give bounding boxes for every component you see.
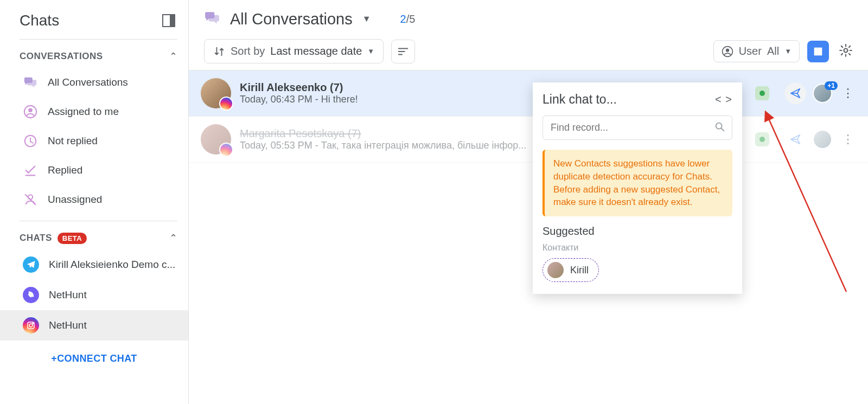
check-underline-icon xyxy=(23,163,38,178)
section-label: CONVERSATIONS xyxy=(20,51,103,62)
chat-source-label: NetHunt xyxy=(49,319,87,331)
archive-button[interactable] xyxy=(807,41,829,62)
nav-label: Replied xyxy=(48,164,82,176)
sidebar-title: Chats xyxy=(20,12,59,29)
svg-point-7 xyxy=(29,324,33,327)
conversation-count: 2/5 xyxy=(400,13,416,25)
chevron-up-icon: ⌃ xyxy=(169,232,177,244)
nav-not-replied[interactable]: Not replied xyxy=(0,126,188,156)
duplicate-warning: New Contacts suggestions have lower dupl… xyxy=(542,150,732,216)
main-panel: All Conversations ▼ 2/5 Sort by Last mes… xyxy=(189,0,868,404)
suggested-group-label: Контакти xyxy=(542,243,732,253)
assignees[interactable] xyxy=(813,130,832,149)
conversations-nav: All Conversations Assigned to me Not rep… xyxy=(0,68,188,214)
nav-all-conversations[interactable]: All Conversations xyxy=(0,68,188,97)
instagram-icon xyxy=(219,143,233,157)
link-chat-button[interactable] xyxy=(784,129,806,150)
suggested-heading: Suggested xyxy=(542,225,732,238)
chats-nav: Kirill Aleksieienko Demo c... NetHunt Ne… xyxy=(0,249,188,341)
user-slash-icon xyxy=(23,192,38,207)
user-circle-icon xyxy=(23,104,38,119)
chat-source-label: Kirill Aleksieienko Demo c... xyxy=(49,259,175,271)
status-indicator xyxy=(755,132,769,146)
nav-replied[interactable]: Replied xyxy=(0,156,188,185)
paper-plane-icon xyxy=(789,87,801,99)
conversation-row[interactable]: Kirill Alekseenko (7) Today, 06:43 PM - … xyxy=(189,70,868,117)
sort-arrows-icon xyxy=(213,46,225,57)
paper-plane-icon xyxy=(789,133,801,145)
bars-descending-icon xyxy=(397,46,409,57)
nav-label: Assigned to me xyxy=(48,106,119,118)
connect-chat-button[interactable]: +CONNECT CHAT xyxy=(48,352,140,365)
avatar xyxy=(201,78,231,108)
status-indicator xyxy=(755,86,769,100)
section-header-chats[interactable]: CHATS BETA ⌃ xyxy=(0,227,188,249)
instagram-icon xyxy=(23,317,39,334)
user-filter-value: All xyxy=(767,45,779,57)
chat-source-telegram[interactable]: Kirill Aleksieienko Demo c... xyxy=(0,249,188,280)
sidebar: Chats CONVERSATIONS ⌃ All Conversations … xyxy=(0,0,189,404)
assignees[interactable]: +1 xyxy=(813,84,832,103)
chat-source-viber[interactable]: NetHunt xyxy=(0,280,188,310)
user-circle-icon xyxy=(722,46,733,57)
chevron-down-icon: ▼ xyxy=(367,47,374,55)
clock-icon xyxy=(23,133,38,149)
user-filter-label: User xyxy=(739,45,762,57)
conversation-row[interactable]: Margarita Pesotskaya (7) Today, 05:53 PM… xyxy=(189,117,868,163)
instagram-icon xyxy=(219,97,233,111)
chat-bubbles-icon xyxy=(23,75,38,90)
viber-icon xyxy=(23,287,39,303)
svg-point-8 xyxy=(33,323,34,324)
section-label: CHATS xyxy=(20,233,52,243)
nav-assigned-to-me[interactable]: Assigned to me xyxy=(0,97,188,126)
more-menu-button[interactable]: ⋮ xyxy=(839,86,857,100)
more-menu-button[interactable]: ⋮ xyxy=(839,132,857,146)
chevron-down-icon[interactable]: ▼ xyxy=(362,14,371,24)
chat-bubbles-icon xyxy=(204,10,220,28)
avatar xyxy=(813,130,832,149)
chevron-up-icon: ⌃ xyxy=(169,50,177,62)
popover-title: Link chat to... xyxy=(542,92,617,107)
sidebar-separator xyxy=(20,221,177,221)
nav-label: Unassigned xyxy=(48,194,102,206)
suggested-contact-name: Kirill xyxy=(570,265,589,276)
sort-order-button[interactable] xyxy=(391,40,415,63)
section-header-conversations[interactable]: CONVERSATIONS ⌃ xyxy=(0,45,188,68)
page-title[interactable]: All Conversations xyxy=(230,10,353,28)
sort-button[interactable]: Sort by Last message date ▼ xyxy=(204,39,384,63)
gear-icon xyxy=(839,43,853,57)
panel-toggle-icon[interactable] xyxy=(162,14,175,27)
avatar xyxy=(201,124,231,155)
chat-source-label: NetHunt xyxy=(49,289,87,301)
nav-unassigned[interactable]: Unassigned xyxy=(0,185,188,214)
beta-badge: BETA xyxy=(58,233,87,244)
popover-prev-next[interactable]: < > xyxy=(715,93,732,106)
settings-button[interactable] xyxy=(837,43,855,60)
nav-label: Not replied xyxy=(48,135,98,147)
sort-value: Last message date xyxy=(270,45,362,57)
assignee-count-badge: +1 xyxy=(825,81,838,90)
avatar xyxy=(547,262,564,278)
telegram-icon xyxy=(23,256,39,273)
suggested-contact-chip[interactable]: Kirill xyxy=(542,258,599,282)
link-chat-button[interactable] xyxy=(784,82,806,104)
sort-label: Sort by xyxy=(231,45,265,57)
chevron-down-icon: ▼ xyxy=(784,47,792,55)
search-icon xyxy=(714,121,726,135)
nav-label: All Conversations xyxy=(48,76,128,88)
archive-icon xyxy=(812,46,824,57)
link-chat-popover: Link chat to... < > New Contacts suggest… xyxy=(533,82,742,294)
conversation-list: Kirill Alekseenko (7) Today, 06:43 PM - … xyxy=(189,70,868,404)
sidebar-separator xyxy=(20,39,177,40)
chat-source-instagram[interactable]: NetHunt xyxy=(0,310,188,341)
find-record-input[interactable] xyxy=(542,116,732,140)
user-filter-button[interactable]: User All ▼ xyxy=(713,40,800,62)
